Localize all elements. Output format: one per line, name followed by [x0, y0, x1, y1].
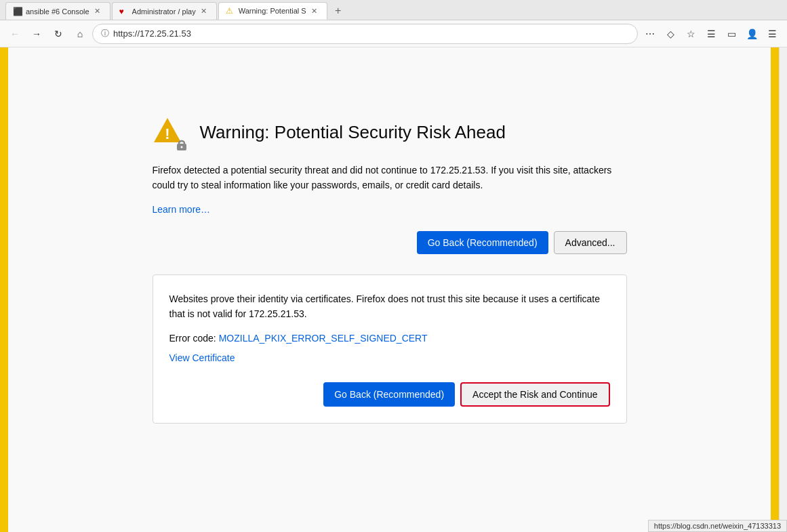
go-back-button[interactable]: Go Back (Recommended)	[417, 231, 548, 254]
tab-admin[interactable]: ♥ Administrator / play ✕	[112, 2, 217, 20]
warning-header: ! Warning: Potential Security Risk Ahead	[153, 115, 627, 149]
synced-tabs-button[interactable]: ▭	[722, 24, 741, 43]
tab-admin-close[interactable]: ✕	[199, 6, 209, 17]
tab-warning[interactable]: ⚠ Warning: Potential S ✕	[218, 2, 327, 20]
security-icon: ⓘ	[101, 28, 109, 39]
nav-right-buttons: ⋯ ◇ ☆ ☰ ▭ 👤 ☰	[641, 24, 782, 43]
browser-window: ⬛ ansible #6 Console ✕ ♥ Administrator /…	[0, 0, 787, 532]
ansible-tab-icon: ⬛	[13, 7, 22, 16]
extensions-button[interactable]: ⋯	[641, 24, 660, 43]
error-code-line: Error code: MOZILLA_PKIX_ERROR_SELF_SIGN…	[169, 333, 610, 344]
warning-description: Firefox detected a potential security th…	[153, 163, 627, 193]
tab-warning-title: Warning: Potential S	[239, 7, 306, 15]
advanced-section: Websites prove their identity via certif…	[153, 274, 627, 424]
url-tooltip: https://blog.csdn.net/weixin_47133313	[648, 520, 787, 532]
warning-icon-container: !	[153, 115, 186, 149]
error-code-link[interactable]: MOZILLA_PKIX_ERROR_SELF_SIGNED_CERT	[219, 333, 428, 344]
reload-button[interactable]: ↻	[49, 24, 68, 43]
profile-button[interactable]: 👤	[742, 24, 761, 43]
lock-badge-icon	[176, 138, 188, 150]
page-area: ! Warning: Potential Security Risk Ahead…	[0, 47, 787, 532]
yellow-left-border	[0, 47, 8, 532]
warning-title: Warning: Potential Security Risk Ahead	[200, 122, 506, 143]
view-certificate-link[interactable]: View Certificate	[169, 352, 235, 363]
menu-button[interactable]: ☰	[763, 24, 782, 43]
tab-warning-close[interactable]: ✕	[309, 5, 320, 16]
advanced-description: Websites prove their identity via certif…	[169, 291, 610, 322]
advanced-button-row: Go Back (Recommended) Accept the Risk an…	[169, 382, 610, 407]
forward-button[interactable]: →	[27, 24, 46, 43]
warning-body: Firefox detected a potential security th…	[153, 163, 627, 424]
tab-admin-title: Administrator / play	[132, 7, 196, 16]
new-tab-button[interactable]: +	[329, 2, 348, 20]
nav-bar: ← → ↻ ⌂ ⓘ https://172.25.21.53 ⋯ ◇ ☆ ☰ ▭…	[0, 20, 787, 47]
tab-bar: ⬛ ansible #6 Console ✕ ♥ Administrator /…	[5, 0, 782, 20]
bookmarks-sidebar-button[interactable]: ☰	[702, 24, 721, 43]
accept-risk-button[interactable]: Accept the Risk and Continue	[460, 382, 609, 407]
error-label: Error code:	[169, 333, 216, 344]
scrollbar[interactable]	[779, 47, 787, 532]
title-bar: ⬛ ansible #6 Console ✕ ♥ Administrator /…	[0, 0, 787, 20]
page-content: ! Warning: Potential Security Risk Ahead…	[8, 47, 771, 532]
home-button[interactable]: ⌂	[70, 24, 89, 43]
address-bar[interactable]: ⓘ https://172.25.21.53	[92, 24, 638, 44]
main-button-row: Go Back (Recommended) Advanced...	[153, 231, 627, 254]
svg-text:!: !	[165, 125, 169, 142]
tab-ansible[interactable]: ⬛ ansible #6 Console ✕	[5, 2, 110, 20]
back-button[interactable]: ←	[5, 24, 24, 43]
yellow-right-border	[771, 47, 779, 532]
svg-rect-3	[179, 141, 184, 146]
go-back-button-2[interactable]: Go Back (Recommended)	[323, 382, 455, 407]
advanced-button[interactable]: Advanced...	[554, 231, 627, 254]
pocket-button[interactable]: ◇	[661, 24, 680, 43]
svg-point-4	[180, 146, 182, 148]
tab-ansible-title: ansible #6 Console	[26, 7, 89, 16]
address-text: https://172.25.21.53	[113, 28, 629, 39]
bookmark-button[interactable]: ☆	[681, 24, 700, 43]
warning-section: ! Warning: Potential Security Risk Ahead…	[153, 115, 627, 424]
learn-more-link[interactable]: Learn more…	[153, 204, 627, 215]
admin-tab-icon: ♥	[119, 7, 129, 16]
warning-tab-icon: ⚠	[226, 6, 235, 16]
tab-ansible-close[interactable]: ✕	[92, 6, 103, 17]
